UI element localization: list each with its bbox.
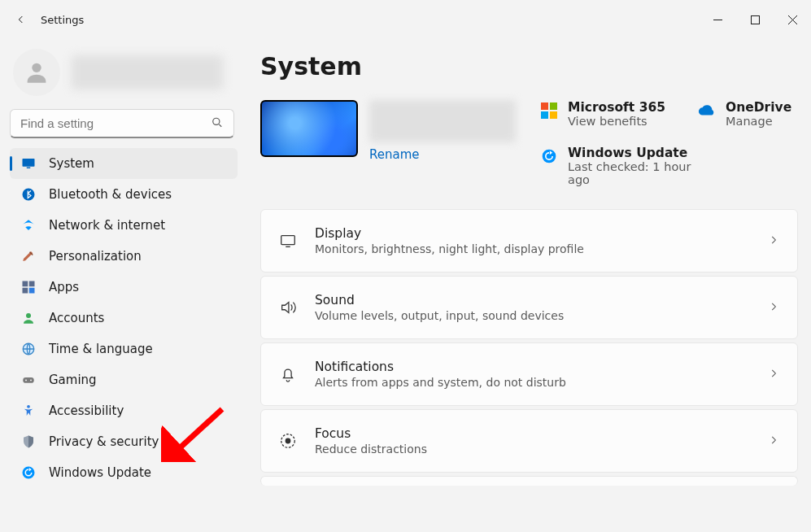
sidebar-item-bluetooth-devices[interactable]: Bluetooth & devices [10, 179, 238, 210]
monitor-icon [21, 156, 36, 171]
card-sub: Reduce distractions [315, 443, 750, 456]
sidebar-item-label: Network & internet [49, 218, 165, 233]
search-input[interactable] [10, 109, 234, 138]
microsoft-logo-icon [540, 102, 558, 120]
close-button[interactable] [774, 7, 811, 33]
status-sub: Manage [726, 115, 791, 128]
svg-point-22 [543, 150, 556, 164]
update-icon [21, 465, 36, 480]
card-title: Focus [315, 426, 750, 441]
svg-rect-20 [541, 111, 548, 119]
shield-icon [21, 434, 36, 449]
svg-rect-8 [29, 281, 35, 287]
status-title: OneDrive [726, 100, 791, 115]
chevron-right-icon [768, 367, 779, 382]
chevron-right-icon [768, 233, 779, 249]
svg-point-14 [25, 379, 27, 381]
status-title: Microsoft 365 [568, 100, 665, 115]
back-button[interactable] [13, 11, 29, 28]
sidebar-item-label: Time & language [49, 342, 153, 356]
app-title: Settings [41, 14, 84, 26]
wifi-icon [21, 218, 36, 233]
bell-icon [279, 365, 297, 383]
card-title: Display [315, 226, 750, 241]
card-focus[interactable]: Focus Reduce distractions [260, 409, 798, 473]
accessibility-icon [21, 403, 36, 418]
card-sub: Alerts from apps and system, do not dist… [315, 376, 750, 389]
globe-clock-icon [21, 342, 36, 356]
status-onedrive[interactable]: OneDrive Manage [698, 100, 791, 128]
svg-point-17 [23, 467, 35, 479]
svg-rect-21 [550, 111, 557, 119]
status-microsoft-365[interactable]: Microsoft 365 View benefits [540, 100, 665, 128]
card-display[interactable]: Display Monitors, brightness, night ligh… [260, 209, 798, 273]
sidebar-item-apps[interactable]: Apps [10, 272, 238, 303]
avatar [13, 49, 60, 96]
sidebar-item-label: Windows Update [49, 465, 151, 480]
search-icon [211, 117, 223, 131]
gamepad-icon [21, 373, 36, 387]
status-tiles: Microsoft 365 View benefits OneDrive Man… [540, 100, 791, 186]
sidebar-item-accounts[interactable]: Accounts [10, 303, 238, 334]
svg-point-25 [286, 438, 290, 443]
card-sound[interactable]: Sound Volume levels, output, input, soun… [260, 276, 798, 339]
sidebar-item-label: Privacy & security [49, 434, 159, 449]
paintbrush-icon [21, 249, 36, 264]
pc-name-block: Rename [369, 100, 516, 162]
sound-icon [279, 299, 297, 316]
sidebar-item-label: Apps [49, 280, 79, 294]
display-icon [279, 232, 297, 250]
minimize-button[interactable] [699, 7, 736, 33]
sidebar-item-gaming[interactable]: Gaming [10, 364, 238, 395]
main-layout: System Bluetooth & devices Network & int… [0, 39, 811, 532]
account-icon [21, 311, 36, 325]
svg-point-11 [26, 313, 31, 318]
sidebar-item-label: Personalization [49, 249, 142, 264]
svg-point-3 [213, 118, 220, 124]
svg-rect-10 [29, 288, 35, 294]
sidebar-item-label: Accounts [49, 311, 104, 325]
sidebar-item-accessibility[interactable]: Accessibility [10, 395, 238, 426]
sidebar-item-network-internet[interactable]: Network & internet [10, 210, 238, 241]
chevron-right-icon [768, 434, 779, 449]
sidebar-item-privacy-security[interactable]: Privacy & security [10, 426, 238, 457]
svg-rect-13 [23, 377, 34, 383]
titlebar: Settings [0, 0, 811, 39]
svg-point-15 [30, 379, 32, 381]
card-title: Sound [315, 293, 750, 307]
svg-rect-19 [550, 102, 557, 110]
card-sub: Volume levels, output, input, sound devi… [315, 309, 750, 322]
sidebar-item-personalization[interactable]: Personalization [10, 241, 238, 272]
card-title: Notifications [315, 360, 750, 374]
sidebar-item-windows-update[interactable]: Windows Update [10, 457, 238, 488]
svg-rect-23 [281, 236, 295, 245]
svg-rect-0 [713, 20, 722, 20]
svg-point-16 [27, 405, 30, 408]
sidebar: System Bluetooth & devices Network & int… [0, 39, 244, 532]
svg-rect-5 [27, 168, 31, 169]
sidebar-item-label: System [49, 156, 94, 171]
device-info-row: Rename Microsoft 365 View benefits [260, 100, 798, 186]
update-circle-icon [540, 147, 558, 165]
chevron-right-icon [768, 300, 779, 316]
card-sub: Monitors, brightness, night light, displ… [315, 242, 750, 255]
pc-wallpaper-thumbnail[interactable] [260, 100, 358, 157]
sidebar-item-system[interactable]: System [10, 148, 238, 179]
onedrive-icon [698, 102, 716, 120]
sidebar-item-label: Accessibility [49, 403, 124, 418]
status-sub: Last checked: 1 hour ago [568, 160, 706, 186]
rename-link[interactable]: Rename [369, 147, 516, 162]
svg-rect-4 [23, 159, 35, 167]
card-notifications[interactable]: Notifications Alerts from apps and syste… [260, 342, 798, 406]
user-name-redacted [72, 55, 223, 89]
settings-cards: Display Monitors, brightness, night ligh… [260, 209, 798, 486]
maximize-button[interactable] [736, 7, 774, 33]
page-title: System [260, 52, 798, 81]
sidebar-nav: System Bluetooth & devices Network & int… [10, 148, 238, 488]
sidebar-item-time-language[interactable]: Time & language [10, 334, 238, 364]
sidebar-item-label: Bluetooth & devices [49, 187, 172, 202]
user-block[interactable] [10, 46, 238, 109]
focus-icon [279, 432, 297, 450]
window-controls [699, 7, 811, 33]
status-windows-update[interactable]: Windows Update Last checked: 1 hour ago [540, 146, 791, 186]
